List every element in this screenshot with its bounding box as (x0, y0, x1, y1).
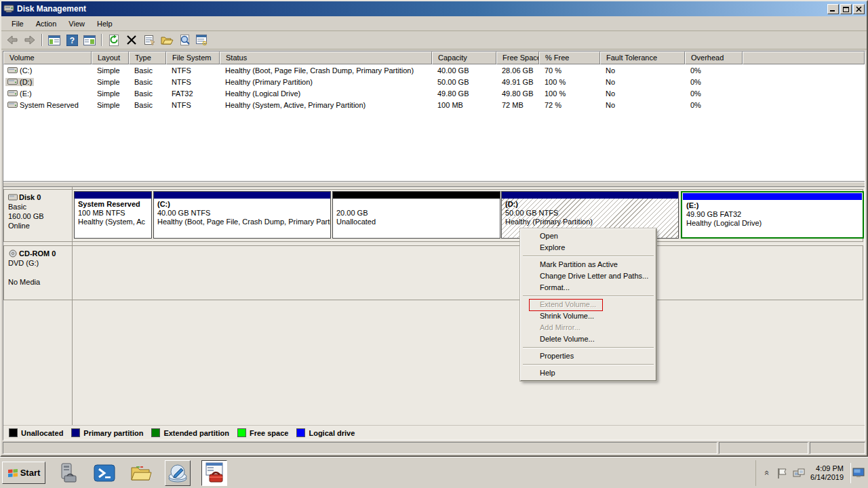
context-menu-properties[interactable]: Properties (521, 350, 655, 362)
column-header-filler (743, 52, 865, 64)
volume-row-d[interactable]: (D:) Simple Basic NTFS Healthy (Primary … (3, 76, 865, 87)
volume-pct-free: 72 % (539, 100, 600, 110)
disk0-name: Disk 0 (19, 192, 41, 202)
close-button[interactable] (853, 4, 865, 14)
legend-swatch (296, 428, 305, 437)
partition-status: Healthy (Boot, Page File, Crash Dump, Pr… (157, 218, 327, 226)
context-menu-delete-volume[interactable]: Delete Volume... (521, 333, 655, 345)
volume-row-c[interactable]: (C:) Simple Basic NTFS Healthy (Boot, Pa… (3, 64, 865, 76)
volume-capacity: 40.00 GB (432, 66, 496, 75)
column-header-overhead[interactable]: Overhead (685, 52, 743, 64)
partition-title: System Reserved (78, 200, 148, 209)
minimize-button[interactable] (827, 4, 839, 14)
volume-fault-tolerance: No (600, 66, 685, 75)
action-pane-icon[interactable] (81, 33, 98, 47)
server-manager-icon[interactable] (55, 460, 81, 486)
volume-type: Basic (129, 77, 166, 87)
app-icon (3, 3, 14, 14)
properties-icon[interactable] (141, 33, 157, 47)
column-header-file-system[interactable]: File System (166, 52, 220, 64)
volume-row-system-reserved[interactable]: System Reserved Simple Basic NTFS Health… (3, 99, 865, 110)
disk0-label[interactable]: Disk 0 Basic 160.00 GB Online (4, 190, 73, 241)
powershell-icon[interactable] (92, 460, 117, 486)
quick-launch (55, 460, 227, 486)
column-header-volume[interactable]: Volume (3, 52, 92, 64)
partition-status: Healthy (Primary Partition) (505, 218, 675, 226)
find-icon[interactable] (176, 33, 193, 47)
volume-status: Healthy (System, Active, Primary Partiti… (220, 100, 432, 110)
volume-name: (D:) (20, 78, 32, 86)
context-menu-change-drive-letter[interactable]: Change Drive Letter and Paths... (521, 270, 655, 282)
context-menu-add-mirror[interactable]: Add Mirror... (521, 322, 655, 333)
context-menu-format[interactable]: Format... (521, 282, 655, 293)
column-header-pct-free[interactable]: % Free (539, 52, 600, 64)
partition-c[interactable]: (C:) 40.00 GB NTFS Healthy (Boot, Page F… (153, 191, 331, 239)
column-header-layout[interactable]: Layout (92, 52, 129, 64)
column-header-capacity[interactable]: Capacity (432, 52, 496, 64)
cdrom-drive: DVD (G:) (8, 258, 69, 268)
forward-icon[interactable] (22, 33, 38, 47)
volume-capacity: 100 MB (432, 100, 496, 110)
pane-splitter[interactable] (3, 182, 865, 187)
volume-layout: Simple (92, 100, 129, 110)
cdrom-label[interactable]: CD-ROM 0 DVD (G:) No Media (4, 246, 73, 300)
disk0-row: Disk 0 Basic 160.00 GB Online System Res… (3, 189, 863, 242)
volume-status: Healthy (Logical Drive) (220, 89, 432, 98)
legend-label: Primary partition (83, 429, 143, 437)
open-folder-icon[interactable] (159, 33, 175, 47)
network-icon[interactable] (793, 468, 805, 479)
column-header-type[interactable]: Type (129, 52, 166, 64)
context-menu-help[interactable]: Help (521, 367, 655, 379)
graphical-view: Disk 0 Basic 160.00 GB Online System Res… (3, 187, 865, 425)
file-explorer-icon[interactable] (128, 460, 154, 486)
volume-list-header: Volume Layout Type File System Status Ca… (3, 52, 865, 64)
column-header-status[interactable]: Status (220, 52, 432, 64)
volume-name: (C:) (20, 66, 32, 75)
tray-expand-icon[interactable]: « (762, 469, 772, 477)
show-desktop-button[interactable] (850, 463, 865, 483)
menu-action[interactable]: Action (30, 18, 63, 30)
partition-status: Healthy (System, Ac (78, 218, 148, 226)
clock[interactable]: 4:09 PM 6/14/2019 (810, 464, 845, 482)
column-header-free-space[interactable]: Free Space (496, 52, 539, 64)
partition-unallocated[interactable]: 20.00 GB Unallocated (332, 191, 500, 239)
volume-fs: NTFS (166, 66, 220, 75)
menu-help[interactable]: Help (91, 18, 119, 30)
system-tray: « 4:09 PM 6/14/2019 (755, 460, 868, 486)
maximize-button[interactable] (840, 4, 852, 14)
partition-system-reserved[interactable]: System Reserved 100 MB NTFS Healthy (Sys… (74, 191, 152, 239)
partition-title: (E:) (686, 201, 859, 210)
refresh-icon[interactable] (106, 33, 122, 47)
partition-title (336, 200, 496, 209)
context-menu-extend-volume[interactable]: Extend Volume... (521, 299, 655, 310)
partition-e[interactable]: (E:) 49.90 GB FAT32 Healthy (Logical Dri… (681, 191, 864, 239)
console-settings-icon[interactable]: ⚙ (194, 33, 210, 47)
volume-capacity: 49.80 GB (432, 89, 496, 98)
volume-type: Basic (129, 66, 166, 75)
computer-management-icon[interactable] (201, 460, 227, 486)
toolbar-separator (41, 34, 43, 46)
window-title: Disk Management (17, 4, 827, 14)
column-header-fault-tolerance[interactable]: Fault Tolerance (600, 52, 685, 64)
partition-info: 50.00 GB NTFS (505, 209, 675, 218)
volume-overhead: 0% (685, 66, 743, 75)
delete-icon[interactable] (123, 33, 140, 47)
context-menu-shrink-volume[interactable]: Shrink Volume... (521, 310, 655, 322)
partition-stripe (502, 192, 678, 199)
console-tree-icon[interactable] (46, 33, 62, 47)
context-menu-open[interactable]: Open (521, 230, 655, 242)
status-panel (3, 442, 717, 454)
menu-view[interactable]: View (62, 18, 91, 30)
help-icon[interactable]: ? (64, 33, 80, 47)
legend-logical-drive: Logical drive (296, 428, 355, 437)
back-icon[interactable] (4, 33, 20, 47)
volume-free-space: 28.06 GB (496, 66, 539, 75)
context-menu-mark-partition-active[interactable]: Mark Partition as Active (521, 259, 655, 270)
context-menu-explore[interactable]: Explore (521, 242, 655, 253)
partition-info: 40.00 GB NTFS (157, 209, 327, 218)
menu-file[interactable]: File (5, 18, 30, 30)
disk-tool-icon[interactable] (165, 460, 191, 486)
volume-row-e[interactable]: (E:) Simple Basic FAT32 Healthy (Logical… (3, 87, 865, 99)
action-center-flag-icon[interactable] (776, 467, 787, 479)
start-button[interactable]: Start (2, 462, 45, 484)
